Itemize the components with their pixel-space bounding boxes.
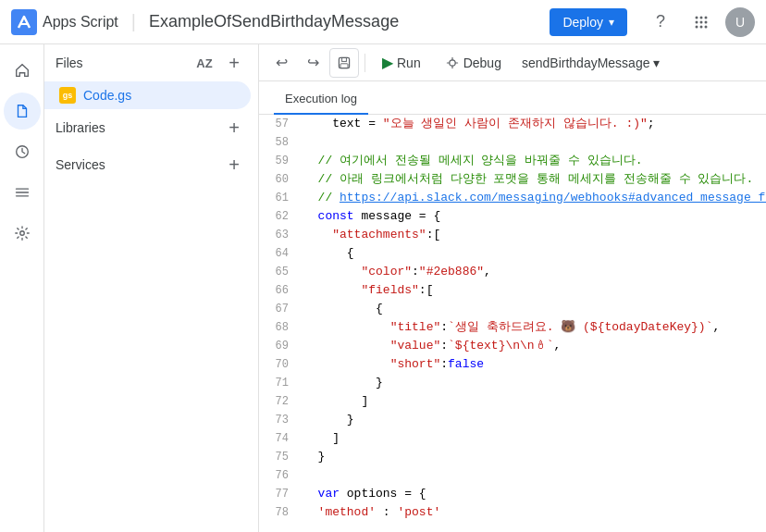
iconbar-menu-button[interactable] bbox=[4, 174, 41, 211]
code-content-59: // 여기에서 전송될 메세지 양식을 바꿔줄 수 있습니다. bbox=[303, 152, 766, 170]
line-num-58: 58 bbox=[259, 133, 303, 152]
code-content-64: { bbox=[303, 244, 766, 263]
svg-point-14 bbox=[19, 231, 24, 236]
file-item-code-gs[interactable]: gs Code.gs bbox=[44, 81, 251, 109]
run-label: Run bbox=[397, 56, 421, 70]
svg-point-5 bbox=[700, 20, 703, 23]
title-divider: | bbox=[131, 11, 136, 32]
topbar: Apps Script | ExampleOfSendBirthdayMessa… bbox=[0, 0, 766, 44]
iconbar-home-button[interactable] bbox=[4, 52, 41, 89]
deploy-chevron-icon: ▾ bbox=[609, 16, 614, 29]
iconbar-settings-button[interactable] bbox=[4, 215, 41, 252]
code-line-72: 72 ] bbox=[259, 392, 766, 411]
settings-icon bbox=[14, 225, 31, 241]
redo-button[interactable]: ↪ bbox=[298, 48, 327, 78]
code-content-78: 'method' : 'post' bbox=[303, 503, 766, 522]
code-content-61: // https://api.slack.com/messaging/webho… bbox=[303, 189, 766, 207]
code-line-62: 62 const message = { bbox=[259, 207, 766, 226]
sort-icon: AZ bbox=[196, 56, 212, 70]
sidebar-files-header: Files AZ + bbox=[44, 44, 258, 81]
save-button[interactable] bbox=[329, 48, 359, 78]
code-line-59: 59 // 여기에서 전송될 메세지 양식을 바꿔줄 수 있습니다. bbox=[259, 152, 766, 170]
editor-area: ↩ ↪ ▶ Run Debu bbox=[259, 44, 766, 532]
undo-button[interactable]: ↩ bbox=[266, 48, 296, 78]
main: Files AZ + gs Code.gs Libraries + Servic… bbox=[0, 44, 766, 532]
code-line-68: 68 "title":`생일 축하드려요. 🐻 (${todayDateKey}… bbox=[259, 318, 766, 337]
line-num-63: 63 bbox=[259, 226, 303, 244]
svg-point-6 bbox=[705, 20, 708, 23]
code-content-68: "title":`생일 축하드려요. 🐻 (${todayDateKey})`, bbox=[303, 318, 766, 337]
line-num-62: 62 bbox=[259, 207, 303, 226]
grid-button[interactable] bbox=[685, 6, 718, 39]
add-library-icon: + bbox=[229, 118, 240, 137]
line-num-65: 65 bbox=[259, 263, 303, 281]
execution-log-tab[interactable]: Execution log bbox=[274, 84, 368, 115]
code-content-75: } bbox=[303, 448, 766, 466]
function-name: sendBirthdayMessage bbox=[522, 56, 650, 70]
avatar-initial: U bbox=[735, 15, 745, 30]
code-line-57: 57 text = "오늘 생일인 사람이 존재하지 않습니다. :)"; bbox=[259, 115, 766, 133]
line-num-72: 72 bbox=[259, 392, 303, 411]
redo-icon: ↪ bbox=[307, 54, 319, 71]
code-line-61: 61 // https://api.slack.com/messaging/we… bbox=[259, 189, 766, 207]
line-num-59: 59 bbox=[259, 152, 303, 170]
code-line-70: 70 "short":false bbox=[259, 355, 766, 374]
code-line-63: 63 "attachments":[ bbox=[259, 226, 766, 244]
save-icon bbox=[337, 56, 352, 70]
code-content-67: { bbox=[303, 300, 766, 318]
code-line-75: 75 } bbox=[259, 448, 766, 466]
sidebar-services-section[interactable]: Services + bbox=[44, 146, 258, 183]
sort-files-button[interactable]: AZ bbox=[192, 50, 217, 76]
gs-file-icon: gs bbox=[59, 87, 76, 104]
logo-area: Apps Script bbox=[11, 9, 118, 35]
add-service-icon: + bbox=[229, 155, 240, 174]
add-file-icon: + bbox=[229, 54, 240, 72]
svg-point-8 bbox=[700, 25, 703, 28]
code-line-67: 67 { bbox=[259, 300, 766, 318]
add-file-button[interactable]: + bbox=[221, 50, 247, 76]
toolbar-divider-1 bbox=[364, 54, 365, 72]
line-num-75: 75 bbox=[259, 448, 303, 466]
svg-point-18 bbox=[449, 59, 454, 65]
project-name: ExampleOfSendBirthdayMessage bbox=[149, 12, 540, 31]
code-editor[interactable]: 57 text = "오늘 생일인 사람이 존재하지 않습니다. :)"; 58… bbox=[259, 115, 766, 532]
line-num-73: 73 bbox=[259, 411, 303, 429]
debug-label: Debug bbox=[463, 56, 501, 70]
svg-point-2 bbox=[700, 16, 703, 19]
code-content-63: "attachments":[ bbox=[303, 226, 766, 244]
libraries-label: Libraries bbox=[56, 120, 105, 135]
svg-rect-11 bbox=[15, 189, 28, 190]
svg-point-1 bbox=[696, 16, 698, 19]
deploy-label: Deploy bbox=[562, 15, 603, 30]
add-service-button[interactable]: + bbox=[221, 152, 247, 178]
debug-button[interactable]: Debug bbox=[434, 50, 513, 76]
line-num-60: 60 bbox=[259, 170, 303, 189]
code-line-78: 78 'method' : 'post' bbox=[259, 503, 766, 522]
code-content-57: text = "오늘 생일인 사람이 존재하지 않습니다. :)"; bbox=[303, 115, 766, 133]
svg-rect-0 bbox=[11, 9, 37, 35]
svg-point-7 bbox=[696, 25, 698, 28]
run-button[interactable]: ▶ Run bbox=[371, 48, 432, 77]
iconbar-files-button[interactable] bbox=[4, 93, 41, 130]
topbar-icons: ? U bbox=[644, 6, 755, 39]
deploy-button[interactable]: Deploy ▾ bbox=[550, 8, 627, 36]
files-section-label: Files bbox=[56, 56, 188, 70]
code-content-70: "short":false bbox=[303, 355, 766, 374]
svg-rect-17 bbox=[340, 63, 348, 68]
code-content-76 bbox=[303, 466, 766, 485]
grid-icon bbox=[693, 14, 710, 31]
help-icon: ? bbox=[656, 12, 665, 31]
code-line-69: 69 "value":`${text}\n\n🕯`, bbox=[259, 337, 766, 355]
code-line-73: 73 } bbox=[259, 411, 766, 429]
help-button[interactable]: ? bbox=[644, 6, 677, 39]
code-line-77: 77 var options = { bbox=[259, 485, 766, 503]
avatar[interactable]: U bbox=[725, 7, 755, 37]
iconbar-clock-button[interactable] bbox=[4, 133, 41, 170]
svg-rect-13 bbox=[15, 195, 28, 196]
function-selector-button[interactable]: sendBirthdayMessage ▾ bbox=[514, 52, 668, 74]
add-library-button[interactable]: + bbox=[221, 115, 247, 141]
code-content-60: // 아래 링크에서처럼 다양한 포맷을 통해 메세지를 전송해줄 수 있습니다… bbox=[303, 170, 766, 189]
sidebar-libraries-section[interactable]: Libraries + bbox=[44, 109, 258, 146]
app-title: Apps Script bbox=[43, 14, 118, 31]
file-name-code-gs: Code.gs bbox=[83, 88, 131, 103]
